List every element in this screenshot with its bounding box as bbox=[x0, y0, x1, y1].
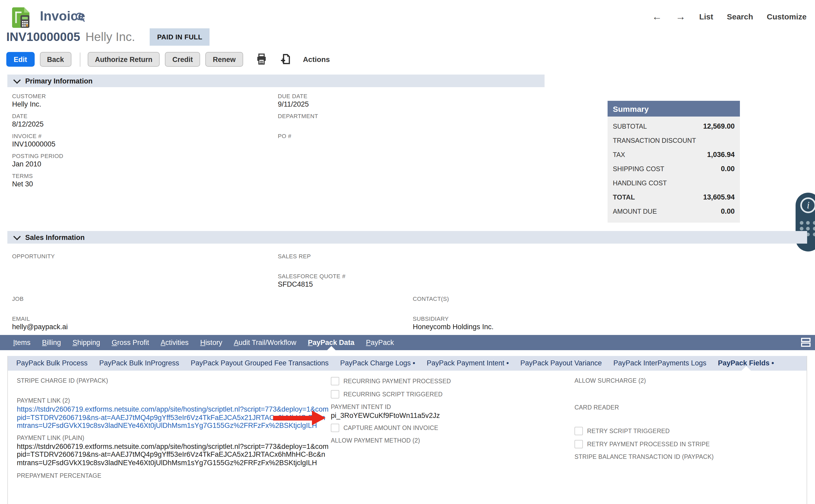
tab-items[interactable]: Items bbox=[7, 335, 36, 350]
field-customer: CUSTOMER Helly Inc. bbox=[12, 92, 259, 112]
nav-list-link[interactable]: List bbox=[699, 12, 713, 21]
forward-arrow-icon[interactable]: → bbox=[676, 12, 686, 22]
nav-search-link[interactable]: Search bbox=[727, 12, 753, 21]
authorize-return-button[interactable]: Authorize Return bbox=[88, 52, 160, 67]
search-icon[interactable] bbox=[75, 12, 86, 25]
chevron-down-icon[interactable] bbox=[13, 76, 21, 84]
record-tab-bar: Items Billing Shipping Gross Profit Acti… bbox=[0, 335, 815, 350]
tab-history[interactable]: History bbox=[194, 335, 228, 350]
field-invoice-number: INVOICE # INV10000005 bbox=[12, 132, 259, 152]
subtab-paypack-bulk-inprogress[interactable]: PayPack Bulk InProgress bbox=[93, 356, 185, 371]
recurring-script-triggered-checkbox[interactable] bbox=[331, 390, 339, 398]
credit-button[interactable]: Credit bbox=[165, 52, 200, 67]
record-customer-name: Helly Inc. bbox=[85, 30, 135, 44]
primary-information-header: Primary Information bbox=[7, 75, 545, 87]
summary-row-tax: TAX1,036.94 bbox=[613, 148, 735, 162]
renew-button[interactable]: Renew bbox=[206, 52, 243, 67]
field-payment-link-plain: PAYMENT LINK (PLAIN) https://tstdrv26067… bbox=[17, 434, 329, 467]
actions-menu[interactable]: Actions bbox=[303, 55, 330, 64]
field-department: DEPARTMENT bbox=[278, 112, 488, 132]
sales-information-fields: OPPORTUNITY SALES REP SALESFORCE QUOTE #… bbox=[0, 249, 815, 333]
field-sales-rep: SALES REP bbox=[278, 253, 477, 269]
stacked-rows-icon[interactable] bbox=[801, 338, 811, 349]
tab-paypack[interactable]: PayPack bbox=[360, 335, 400, 350]
tab-paypack-data[interactable]: PayPack Data bbox=[302, 335, 360, 350]
edit-button[interactable]: Edit bbox=[6, 52, 34, 67]
payment-intent-id-value: pi_3RoYEWCuKf9FtoWn11a5v2Jz bbox=[331, 412, 557, 420]
sales-information-header: Sales Information bbox=[7, 231, 807, 244]
subtab-paypack-payout-variance[interactable]: PayPack Payout Variance bbox=[515, 356, 608, 371]
allow-surcharge-label: ALLOW SURCHARGE (2) bbox=[574, 377, 800, 384]
summary-row-shipping-cost: SHIPPING COST0.00 bbox=[613, 162, 735, 176]
nav-customize-link[interactable]: Customize bbox=[767, 12, 807, 21]
add-document-icon[interactable] bbox=[280, 54, 291, 65]
summary-title: Summary bbox=[608, 101, 740, 117]
capture-amount-on-invoice-checkbox[interactable] bbox=[331, 424, 339, 432]
tab-shipping[interactable]: Shipping bbox=[67, 335, 106, 350]
customer-link[interactable]: Helly Inc. bbox=[12, 100, 259, 109]
subtab-paypack-interpayments-logs[interactable]: PayPack InterPayments Logs bbox=[608, 356, 712, 371]
field-due-date: DUE DATE 9/11/2025 bbox=[278, 92, 488, 112]
invoice-page: Invoice ← → List Search Customize INV100… bbox=[0, 0, 815, 504]
summary-panel: Summary SUBTOTAL12,569.00 TRANSACTION DI… bbox=[608, 101, 740, 223]
summary-row-total: TOTAL13,605.94 bbox=[613, 190, 735, 204]
subtab-paypack-fields[interactable]: PayPack Fields • bbox=[712, 356, 780, 371]
paypack-fields-right-column: ALLOW SURCHARGE (2) CARD READER RETRY SC… bbox=[574, 377, 800, 460]
recurring-payment-processed-row: RECURRING PAYMENT PROCESSED bbox=[331, 377, 557, 385]
back-button[interactable]: Back bbox=[40, 52, 71, 67]
top-nav: ← → List Search Customize bbox=[652, 12, 807, 22]
field-subsidiary: SUBSIDIARY Honeycomb Holdings Inc. bbox=[413, 315, 612, 331]
toolbar-divider bbox=[80, 52, 80, 66]
retry-payment-processed-row: RETRY PAYMENT PROCESSED IN STRIPE bbox=[574, 440, 800, 448]
summary-row-subtotal: SUBTOTAL12,569.00 bbox=[613, 119, 735, 133]
field-po-number: PO # bbox=[278, 132, 488, 152]
record-number: INV10000005 bbox=[6, 30, 80, 44]
field-posting-period: POSTING PERIOD Jan 2010 bbox=[12, 152, 259, 172]
summary-row-handling-cost: HANDLING COST bbox=[613, 176, 735, 190]
allow-payment-method-label: ALLOW PAYMENT METHOD (2) bbox=[331, 437, 557, 444]
summary-row-amount-due: AMOUNT DUE0.00 bbox=[613, 204, 735, 218]
stripe-balance-transaction-id-label: STRIPE BALANCE TRANSACTION ID (PAYPACK) bbox=[574, 453, 800, 460]
recurring-payment-processed-checkbox[interactable] bbox=[331, 377, 339, 385]
tab-content: PayPack Bulk Process PayPack Bulk InProg… bbox=[7, 356, 807, 504]
prepayment-percentage-label: PREPAYMENT PERCENTAGE bbox=[17, 472, 329, 479]
field-job: JOB bbox=[12, 295, 212, 311]
tab-activities[interactable]: Activities bbox=[155, 335, 195, 350]
field-email: EMAIL helly@paypack.ai bbox=[12, 315, 212, 331]
info-icon: i bbox=[800, 197, 815, 213]
tab-gross-profit[interactable]: Gross Profit bbox=[106, 335, 155, 350]
tab-billing[interactable]: Billing bbox=[36, 335, 67, 350]
email-link[interactable]: helly@paypack.ai bbox=[12, 323, 212, 331]
red-annotation-arrow bbox=[273, 411, 326, 425]
toolbar: Edit Back Authorize Return Credit Renew … bbox=[6, 52, 330, 67]
section-title: Primary Information bbox=[25, 77, 93, 85]
summary-row-transaction-discount: TRANSACTION DISCOUNT bbox=[613, 133, 735, 148]
tab-audit-trail-workflow[interactable]: Audit Trail/Workflow bbox=[228, 335, 302, 350]
invoice-app-icon bbox=[12, 6, 33, 28]
subtab-bar: PayPack Bulk Process PayPack Bulk InProg… bbox=[8, 356, 807, 371]
stripe-charge-id-label: STRIPE CHARGE ID (PAYPACK) bbox=[17, 377, 329, 384]
retry-payment-processed-checkbox[interactable] bbox=[574, 440, 583, 448]
payment-link-plain-text: https://tstdrv2606719.extforms.netsuite.… bbox=[17, 442, 329, 467]
paypack-fields-left-column: STRIPE CHARGE ID (PAYPACK) PAYMENT LINK … bbox=[17, 377, 329, 479]
recurring-script-triggered-row: RECURRING SCRIPT TRIGGERED bbox=[331, 390, 557, 398]
capture-amount-on-invoice-row: CAPTURE AMOUNT ON INVOICE bbox=[331, 424, 557, 432]
subtab-paypack-payment-intent[interactable]: PayPack Payment Intent • bbox=[421, 356, 515, 371]
card-reader-label: CARD READER bbox=[574, 404, 800, 411]
record-header: INV10000005 Helly Inc. PAID IN FULL bbox=[6, 28, 210, 46]
top-bar: Invoice ← → List Search Customize bbox=[0, 5, 815, 28]
subtab-paypack-bulk-process[interactable]: PayPack Bulk Process bbox=[11, 356, 93, 371]
field-contacts: CONTACT(S) bbox=[413, 295, 612, 311]
field-terms: TERMS Net 30 bbox=[12, 172, 259, 192]
chevron-down-icon[interactable] bbox=[13, 233, 21, 240]
subtab-paypack-charge-logs[interactable]: PayPack Charge Logs • bbox=[335, 356, 421, 371]
back-arrow-icon[interactable]: ← bbox=[652, 12, 662, 22]
paypack-fields-middle-column: RECURRING PAYMENT PROCESSED RECURRING SC… bbox=[331, 377, 557, 444]
print-icon[interactable] bbox=[256, 54, 267, 65]
retry-script-triggered-checkbox[interactable] bbox=[574, 427, 583, 435]
status-badge: PAID IN FULL bbox=[150, 28, 210, 46]
section-title: Sales Information bbox=[25, 233, 85, 241]
subtab-paypack-payout-grouped-fee-transactions[interactable]: PayPack Payout Grouped Fee Transactions bbox=[185, 356, 334, 371]
field-date: DATE 8/12/2025 bbox=[12, 112, 259, 132]
retry-script-triggered-row: RETRY SCRIPT TRIGGERED bbox=[574, 427, 800, 435]
